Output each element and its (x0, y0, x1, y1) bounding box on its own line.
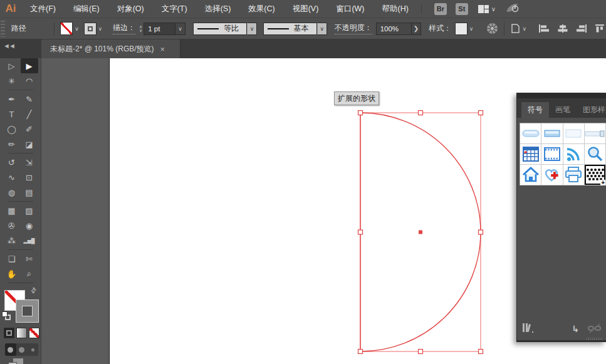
lasso-tool[interactable]: ◠ (21, 73, 38, 88)
symbol-heart-red-cross[interactable] (541, 165, 563, 185)
document-tab[interactable]: 未标题-2* @ 101% (RGB/预览) × (41, 39, 180, 58)
draw-behind-button[interactable] (16, 343, 28, 356)
panel-drag-bar[interactable] (517, 93, 606, 98)
stroke-weight-stepper[interactable]: ∧ ∨ (139, 25, 142, 33)
direct-selection-tool[interactable]: ▷ (3, 58, 21, 73)
chevron-down-icon[interactable]: ∨ (469, 26, 474, 32)
opacity-next-button[interactable]: ❯ (412, 23, 422, 35)
type-tool[interactable]: T (3, 107, 21, 122)
none-button[interactable] (29, 328, 39, 338)
menu-view[interactable]: 视图(V) (284, 0, 328, 18)
draw-normal-button[interactable] (5, 343, 16, 356)
symbol-pale-web-box[interactable] (563, 123, 585, 144)
stroke-swatch[interactable] (16, 299, 39, 323)
symbol-film-frame[interactable] (541, 144, 563, 165)
stroke-color-button[interactable] (84, 23, 97, 35)
stock-button[interactable]: St (456, 3, 468, 15)
workspace-switcher-button[interactable]: ∨ (478, 5, 496, 13)
hand-tool[interactable]: ✋ (3, 266, 21, 281)
draw-inside-button[interactable] (27, 343, 38, 356)
menu-effect[interactable]: 效果(C) (239, 0, 283, 18)
width-profile-chevron[interactable]: ∨ (247, 23, 257, 35)
menu-edit[interactable]: 编辑(E) (65, 0, 108, 18)
artboard-tool[interactable]: ❏ (3, 251, 21, 266)
gpu-performance-button[interactable] (506, 2, 520, 16)
screen-mode-button[interactable] (8, 358, 24, 364)
shape-builder-tool[interactable]: ◍ (3, 185, 21, 200)
default-fill-stroke-icon[interactable] (2, 311, 11, 320)
gradient-button[interactable] (16, 328, 27, 338)
align-top-button[interactable] (595, 24, 606, 33)
perspective-grid-tool[interactable]: ▤ (21, 185, 38, 200)
slice-tool[interactable]: ✄ (21, 251, 38, 266)
menu-help[interactable]: 帮助(H) (374, 0, 417, 18)
tab-symbols[interactable]: 符号 (521, 102, 549, 118)
width-profile-dropdown[interactable]: 等比 (193, 23, 247, 35)
brush-definition-dropdown[interactable]: 基本 (263, 23, 317, 35)
document-setup-button[interactable]: ∨ (510, 23, 528, 34)
shaper-tool[interactable]: ✏ (3, 137, 21, 152)
stroke-weight-field[interactable]: 1 pt (144, 23, 175, 35)
chevron-down-icon[interactable]: ∨ (98, 26, 103, 32)
panel-footer: ↳ (517, 321, 606, 337)
symbol-libraries-menu-button[interactable] (522, 323, 535, 336)
recolor-artwork-button[interactable] (486, 23, 498, 34)
rotate-tool[interactable]: ↺ (3, 155, 21, 170)
bridge-button[interactable]: Br (434, 3, 447, 15)
width-tool[interactable]: ∿ (3, 170, 21, 185)
color-button[interactable] (4, 328, 14, 338)
stroke-weight-dropdown[interactable]: ∨ (175, 23, 185, 35)
paintbrush-tool[interactable]: ✐ (21, 122, 38, 137)
magic-wand-tool[interactable]: ✳ (3, 73, 21, 88)
curvature-tool[interactable]: ✎ (21, 91, 38, 107)
chevron-down-icon[interactable]: ∨ (75, 26, 79, 32)
tab-graphic-styles[interactable]: 图形样式 (577, 102, 606, 118)
align-center-button[interactable] (557, 24, 568, 33)
control-bar-grip[interactable] (1, 21, 5, 37)
blend-tool[interactable]: ◉ (21, 218, 38, 233)
style-swatch[interactable] (455, 23, 468, 35)
symbol-printer[interactable] (563, 165, 585, 185)
opacity-field[interactable]: 100% (376, 23, 412, 35)
symbol-halftone-dots[interactable]: + (585, 165, 606, 185)
symbol-sprayer-tool[interactable]: ⁂ (3, 233, 21, 248)
menu-select[interactable]: 选择(S) (196, 0, 240, 18)
symbol-table-calendar[interactable] (520, 144, 541, 165)
mesh-tool[interactable]: ▦ (3, 203, 21, 218)
stroke-label[interactable]: 描边： (113, 23, 135, 34)
line-segment-tool[interactable]: ╱ (21, 107, 38, 122)
symbol-web-button[interactable] (541, 123, 563, 144)
scale-tool[interactable]: ⇲ (21, 155, 38, 170)
toolbar-collapse-icon[interactable]: ◄◄ (3, 42, 14, 49)
symbol-rss-feed[interactable] (563, 144, 585, 165)
align-left-button[interactable] (538, 24, 550, 33)
align-right-button[interactable] (576, 24, 587, 33)
zoom-tool[interactable]: ⌕ (21, 266, 38, 281)
symbol-rounded-web-button[interactable] (520, 123, 541, 144)
place-symbol-instance-button[interactable]: ↳ (572, 324, 579, 334)
menu-object[interactable]: 对象(O) (108, 0, 153, 18)
gradient-tool[interactable]: ▨ (21, 203, 38, 218)
symbol-home[interactable] (520, 165, 541, 185)
menu-window[interactable]: 窗口(W) (327, 0, 373, 18)
symbols-grid: + (520, 123, 606, 185)
menu-type[interactable]: 文字(T) (153, 0, 196, 18)
eyedropper-tool[interactable]: ✇ (3, 218, 21, 233)
break-link-button[interactable] (588, 323, 602, 336)
eraser-tool[interactable]: ◪ (21, 137, 38, 152)
tab-brushes[interactable]: 画笔 (549, 102, 577, 118)
swap-fill-stroke-icon[interactable]: ⇄ (29, 286, 39, 296)
column-graph-tool[interactable]: ▂▅█ (21, 233, 38, 248)
fill-color-swatch[interactable] (60, 22, 73, 35)
ellipse-tool[interactable]: ◯ (3, 122, 21, 137)
symbol-scroll-bar[interactable] (585, 123, 606, 144)
stepper-down-icon[interactable]: ∨ (139, 29, 142, 33)
close-tab-icon[interactable]: × (160, 44, 165, 54)
menu-file[interactable]: 文件(F) (21, 0, 65, 18)
pen-tool[interactable]: ✒ (3, 91, 21, 107)
selection-tool[interactable]: ▶ (21, 58, 38, 73)
brush-definition-chevron[interactable]: ∨ (317, 23, 327, 35)
symbol-magnifier[interactable] (585, 144, 606, 165)
opacity-label[interactable]: 不透明度： (335, 23, 372, 34)
free-transform-tool[interactable]: ⊡ (21, 170, 38, 185)
